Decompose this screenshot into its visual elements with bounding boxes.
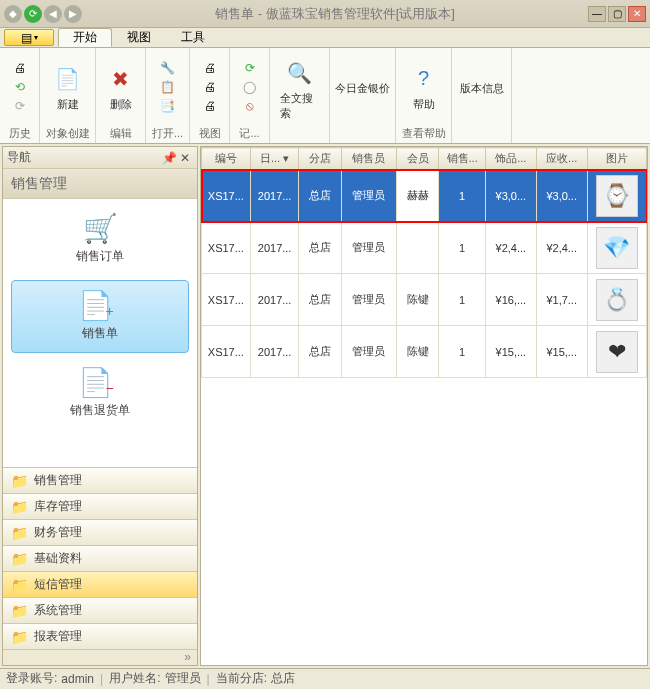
folder-icon: 📁 bbox=[11, 499, 28, 515]
help-button[interactable]: ?帮助 bbox=[402, 61, 446, 114]
new-button[interactable]: 📄新建 bbox=[46, 61, 90, 114]
print4-icon[interactable]: 🖨 bbox=[202, 98, 218, 114]
ribbon-group-label bbox=[480, 127, 483, 143]
table-row[interactable]: XS17...2017...总店管理员赫赫1¥3,0...¥3,0...⌚ bbox=[202, 170, 647, 222]
fwd-small-icon[interactable]: ⟳ bbox=[12, 98, 28, 114]
table-cell: 2017... bbox=[250, 274, 299, 326]
accordion-expand[interactable]: » bbox=[3, 649, 197, 665]
col-header[interactable]: 销售... bbox=[439, 148, 486, 170]
table-row[interactable]: XS17...2017...总店管理员1¥2,4...¥2,4...💎 bbox=[202, 222, 647, 274]
nav-card-2[interactable]: 📄−销售退货单 bbox=[11, 357, 189, 430]
status-acct-label: 登录账号: bbox=[6, 670, 57, 687]
table-cell: XS17... bbox=[202, 170, 251, 222]
table-cell: XS17... bbox=[202, 274, 251, 326]
col-header[interactable]: 日... ▾ bbox=[250, 148, 299, 170]
chevron-down-icon: ▾ bbox=[34, 33, 38, 42]
back-icon[interactable]: ◀ bbox=[44, 5, 62, 23]
nav-sidebar: 导航 📌 ✕ 销售管理 🛒销售订单📄+销售单📄−销售退货单 📁销售管理📁库存管理… bbox=[2, 146, 198, 666]
col-header[interactable]: 编号 bbox=[202, 148, 251, 170]
thumbnail: 💎 bbox=[596, 227, 638, 269]
col-header[interactable]: 销售员 bbox=[341, 148, 396, 170]
col-header[interactable]: 分店 bbox=[299, 148, 341, 170]
card-label: 销售单 bbox=[82, 325, 118, 342]
app-icon: ◆ bbox=[4, 5, 22, 23]
table-cell: 陈键 bbox=[396, 274, 438, 326]
thumbnail: ❤ bbox=[596, 331, 638, 373]
price-button[interactable]: 今日金银价 bbox=[333, 79, 393, 98]
acc-item-3[interactable]: 📁基础资料 bbox=[3, 545, 197, 571]
mark-icon[interactable]: ◯ bbox=[242, 79, 258, 95]
table-cell: 2017... bbox=[250, 222, 299, 274]
table-row[interactable]: XS17...2017...总店管理员陈键1¥16,...¥1,7...💍 bbox=[202, 274, 647, 326]
ribbon-group-label: 对象创建 bbox=[46, 124, 90, 143]
status-bar: 登录账号: admin | 用户姓名: 管理员 | 当前分店: 总店 bbox=[0, 668, 650, 688]
stop-icon[interactable]: ⦸ bbox=[242, 98, 258, 114]
pin-icon[interactable]: 📌 bbox=[161, 150, 177, 166]
table-cell: 总店 bbox=[299, 274, 341, 326]
nav-card-1[interactable]: 📄+销售单 bbox=[11, 280, 189, 353]
minimize-button[interactable]: ― bbox=[588, 6, 606, 22]
table-cell: 1 bbox=[439, 274, 486, 326]
search-button[interactable]: 🔍全文搜索 bbox=[278, 55, 322, 123]
col-header[interactable]: 饰品... bbox=[485, 148, 536, 170]
acc-item-2[interactable]: 📁财务管理 bbox=[3, 519, 197, 545]
print2-icon[interactable]: 🖨 bbox=[202, 60, 218, 76]
thumbnail-cell: ⌚ bbox=[587, 170, 646, 222]
ribbon-group-label: 视图 bbox=[199, 124, 221, 143]
refresh-icon[interactable]: ⟳ bbox=[24, 5, 42, 23]
tool-icon-2[interactable]: 📋 bbox=[160, 79, 176, 95]
delete-button[interactable]: ✖删除 bbox=[99, 61, 143, 114]
thumbnail: ⌚ bbox=[596, 175, 638, 217]
refresh2-icon[interactable]: ⟳ bbox=[242, 60, 258, 76]
file-menu-button[interactable]: ▤▾ bbox=[4, 29, 54, 46]
data-grid[interactable]: 编号日... ▾分店销售员会员销售...饰品...应收...图片 XS17...… bbox=[201, 147, 647, 378]
acc-label: 库存管理 bbox=[34, 498, 82, 515]
acc-label: 财务管理 bbox=[34, 524, 82, 541]
table-cell: 总店 bbox=[299, 326, 341, 378]
col-header[interactable]: 应收... bbox=[536, 148, 587, 170]
nav-title: 导航 bbox=[7, 149, 31, 166]
tool-icon-1[interactable]: 🔧 bbox=[160, 60, 176, 76]
nav-section-title: 销售管理 bbox=[3, 169, 197, 199]
acc-item-4[interactable]: 📁短信管理 bbox=[3, 571, 197, 597]
window-title: 销售单 - 傲蓝珠宝销售管理软件[试用版本] bbox=[82, 5, 588, 23]
table-cell: ¥1,7... bbox=[536, 274, 587, 326]
tab-start[interactable]: 开始 bbox=[58, 28, 112, 47]
ribbon-group-label bbox=[361, 127, 364, 143]
table-cell: 1 bbox=[439, 326, 486, 378]
close-button[interactable]: ✕ bbox=[628, 6, 646, 22]
folder-icon: 📁 bbox=[11, 629, 28, 645]
col-header[interactable]: 图片 bbox=[587, 148, 646, 170]
ribbon-group-label: 打开... bbox=[152, 124, 183, 143]
table-cell: ¥2,4... bbox=[485, 222, 536, 274]
acc-item-0[interactable]: 📁销售管理 bbox=[3, 467, 197, 493]
table-row[interactable]: XS17...2017...总店管理员陈键1¥15,...¥15,...❤ bbox=[202, 326, 647, 378]
back-small-icon[interactable]: ⟲ bbox=[12, 79, 28, 95]
table-cell: 1 bbox=[439, 222, 486, 274]
acc-label: 报表管理 bbox=[34, 628, 82, 645]
thumbnail-cell: ❤ bbox=[587, 326, 646, 378]
fwd-icon[interactable]: ▶ bbox=[64, 5, 82, 23]
table-cell: ¥2,4... bbox=[536, 222, 587, 274]
version-button[interactable]: 版本信息 bbox=[454, 79, 510, 98]
table-cell: 陈键 bbox=[396, 326, 438, 378]
maximize-button[interactable]: ▢ bbox=[608, 6, 626, 22]
print3-icon[interactable]: 🖨 bbox=[202, 79, 218, 95]
nav-card-0[interactable]: 🛒销售订单 bbox=[11, 203, 189, 276]
table-cell: XS17... bbox=[202, 326, 251, 378]
acc-item-6[interactable]: 📁报表管理 bbox=[3, 623, 197, 649]
acc-item-1[interactable]: 📁库存管理 bbox=[3, 493, 197, 519]
folder-icon: 📁 bbox=[11, 577, 28, 593]
status-acct-value: admin bbox=[61, 672, 94, 686]
table-cell: ¥15,... bbox=[485, 326, 536, 378]
titlebar: ◆ ⟳ ◀ ▶ 销售单 - 傲蓝珠宝销售管理软件[试用版本] ― ▢ ✕ bbox=[0, 0, 650, 28]
tab-view[interactable]: 视图 bbox=[112, 28, 166, 47]
card-label: 销售退货单 bbox=[70, 402, 130, 419]
col-header[interactable]: 会员 bbox=[396, 148, 438, 170]
acc-item-5[interactable]: 📁系统管理 bbox=[3, 597, 197, 623]
table-cell: 1 bbox=[439, 170, 486, 222]
tab-tools[interactable]: 工具 bbox=[166, 28, 220, 47]
tool-icon-3[interactable]: 📑 bbox=[160, 98, 176, 114]
print-icon[interactable]: 🖨 bbox=[12, 60, 28, 76]
nav-close-icon[interactable]: ✕ bbox=[177, 150, 193, 166]
